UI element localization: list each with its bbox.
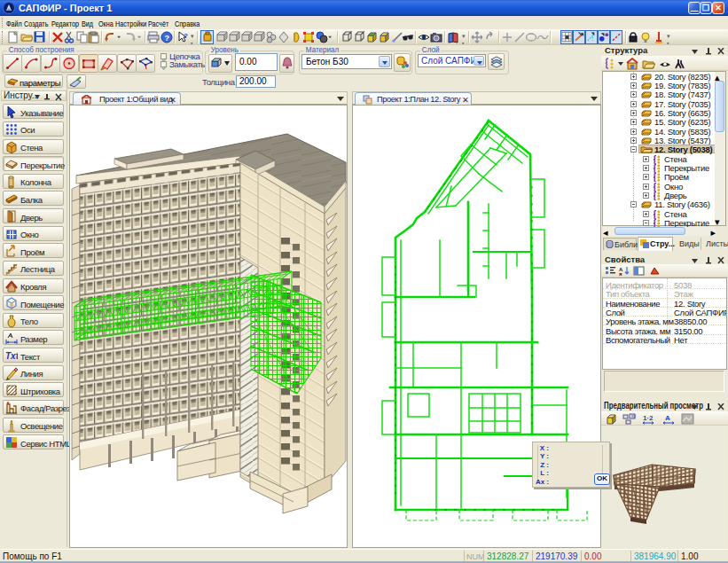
svg-text:я: я (619, 271, 622, 276)
svg-text:xy: xy (631, 413, 637, 418)
svg-text:Txt: Txt (5, 351, 18, 361)
svg-text:A: A (665, 414, 670, 422)
svg-text:1·2: 1·2 (643, 414, 654, 422)
svg-text:?: ? (165, 34, 170, 43)
svg-text:?: ? (184, 32, 188, 40)
